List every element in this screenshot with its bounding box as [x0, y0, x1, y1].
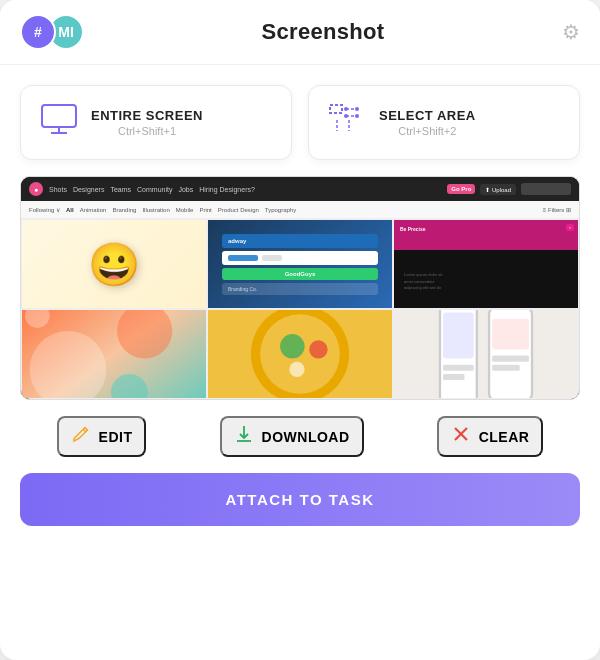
nav-teams: Teams	[110, 186, 131, 193]
fake-animation: Animation	[80, 207, 107, 213]
fake-product: Product Design	[218, 207, 259, 213]
clear-button[interactable]: CLEAR	[437, 416, 544, 457]
settings-icon[interactable]: ⚙	[562, 20, 580, 44]
svg-point-23	[309, 340, 327, 358]
svg-rect-28	[443, 313, 474, 359]
fake-upload-btn: ⬆ Upload	[480, 184, 516, 195]
fake-print: Print	[199, 207, 211, 213]
monitor-icon	[41, 104, 77, 141]
svg-line-34	[83, 429, 86, 432]
fake-typography: Typography	[265, 207, 296, 213]
action-buttons: EDIT DOWNLOAD CLEAR	[0, 400, 600, 473]
app-window: # MI Screenshot ⚙ ENTIRE SCREEN Ctrl+Shi…	[0, 0, 600, 660]
grid-item-2: adway GoodGuys Branding Co.	[207, 219, 393, 309]
fake-gopro-btn: Go Pro	[447, 184, 475, 194]
entire-screen-shortcut: Ctrl+Shift+1	[91, 125, 203, 137]
svg-point-22	[280, 334, 305, 359]
nav-shots: Shots	[49, 186, 67, 193]
fake-illustration: Illustration	[142, 207, 169, 213]
grid-item-6	[393, 309, 579, 399]
entire-screen-label: ENTIRE SCREEN	[91, 108, 203, 123]
grid-item-1: 😀	[21, 219, 207, 309]
nav-jobs: Jobs	[178, 186, 193, 193]
fake-branding: Branding	[112, 207, 136, 213]
fake-all: All	[66, 207, 74, 213]
svg-rect-30	[443, 365, 474, 371]
screenshot-preview: ● Shots Designers Teams Community Jobs H…	[20, 176, 580, 400]
attach-to-task-button[interactable]: ATTACH TO TASK	[20, 473, 580, 526]
fake-filter-bar: Following ∨ All Animation Branding Illus…	[21, 201, 579, 219]
svg-point-8	[355, 107, 359, 111]
select-area-button[interactable]: SELECT AREA Ctrl+Shift+2	[308, 85, 580, 160]
page-title: Screenshot	[262, 19, 385, 45]
smiley-emoji: 😀	[88, 240, 140, 289]
svg-rect-31	[443, 374, 464, 380]
fake-browser-nav: ● Shots Designers Teams Community Jobs H…	[21, 177, 579, 201]
download-label: DOWNLOAD	[262, 429, 350, 445]
attach-section: ATTACH TO TASK	[0, 473, 600, 546]
select-area-shortcut: Ctrl+Shift+2	[379, 125, 476, 137]
edit-label: EDIT	[99, 429, 133, 445]
avatar-group: # MI	[20, 14, 84, 50]
svg-rect-32	[492, 356, 529, 362]
entire-screen-label-group: ENTIRE SCREEN Ctrl+Shift+1	[91, 108, 203, 137]
download-button[interactable]: DOWNLOAD	[220, 416, 364, 457]
svg-rect-33	[492, 365, 520, 371]
fake-search-bar	[521, 183, 571, 195]
svg-point-24	[289, 362, 304, 377]
fake-nav-items: Shots Designers Teams Community Jobs Hir…	[49, 186, 255, 193]
svg-rect-25	[394, 310, 578, 398]
fake-screenshot-grid: 😀 adway GoodGuys Branding Co. Be Precise	[21, 219, 579, 399]
nav-designers: Designers	[73, 186, 105, 193]
dark-badge: ×	[566, 224, 574, 231]
capture-options: ENTIRE SCREEN Ctrl+Shift+1 SE	[0, 65, 600, 176]
svg-rect-29	[492, 319, 529, 350]
nav-community: Community	[137, 186, 172, 193]
nav-hiring: Hiring Designers?	[199, 186, 255, 193]
edit-button[interactable]: EDIT	[57, 416, 147, 457]
edit-icon	[71, 424, 91, 449]
svg-rect-0	[42, 105, 76, 127]
select-area-label-group: SELECT AREA Ctrl+Shift+2	[379, 108, 476, 137]
fake-dribbble-logo: ●	[29, 182, 43, 196]
header: # MI Screenshot ⚙	[0, 0, 600, 65]
avatar-hash: #	[20, 14, 56, 50]
svg-point-9	[344, 114, 348, 118]
fake-following: Following ∨	[29, 206, 60, 213]
download-icon	[234, 424, 254, 449]
clear-icon	[451, 424, 471, 449]
grid-item-4: × close	[21, 309, 207, 399]
fake-mobile: Mobile	[176, 207, 194, 213]
clear-label: CLEAR	[479, 429, 530, 445]
select-area-label: SELECT AREA	[379, 108, 476, 123]
grid-item-5	[207, 309, 393, 399]
grid-item-3: Be Precise Lorem ipsum dolor sitamet con…	[393, 219, 579, 309]
dark-accent	[394, 220, 578, 250]
svg-point-10	[355, 114, 359, 118]
fake-nav-right: Go Pro ⬆ Upload	[447, 183, 571, 195]
select-area-icon	[329, 104, 365, 141]
svg-rect-4	[330, 105, 342, 113]
svg-point-7	[344, 107, 348, 111]
entire-screen-button[interactable]: ENTIRE SCREEN Ctrl+Shift+1	[20, 85, 292, 160]
fake-filters-right: ≡ Filters ⊞	[543, 206, 571, 213]
